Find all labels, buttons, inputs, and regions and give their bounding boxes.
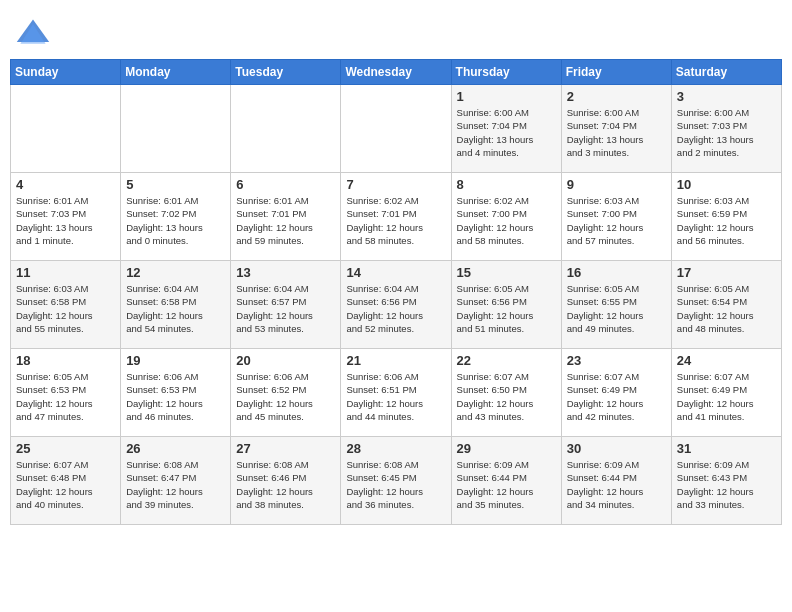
- calendar-cell: [11, 85, 121, 173]
- calendar-cell: 9Sunrise: 6:03 AM Sunset: 7:00 PM Daylig…: [561, 173, 671, 261]
- cell-info: Sunrise: 6:08 AM Sunset: 6:47 PM Dayligh…: [126, 458, 225, 511]
- calendar-cell: 13Sunrise: 6:04 AM Sunset: 6:57 PM Dayli…: [231, 261, 341, 349]
- logo-icon: [15, 15, 51, 51]
- cell-info: Sunrise: 6:08 AM Sunset: 6:46 PM Dayligh…: [236, 458, 335, 511]
- calendar-cell: 21Sunrise: 6:06 AM Sunset: 6:51 PM Dayli…: [341, 349, 451, 437]
- calendar-cell: 10Sunrise: 6:03 AM Sunset: 6:59 PM Dayli…: [671, 173, 781, 261]
- calendar-cell: 11Sunrise: 6:03 AM Sunset: 6:58 PM Dayli…: [11, 261, 121, 349]
- calendar-cell: 28Sunrise: 6:08 AM Sunset: 6:45 PM Dayli…: [341, 437, 451, 525]
- day-number: 30: [567, 441, 666, 456]
- logo: [15, 15, 55, 51]
- cell-info: Sunrise: 6:09 AM Sunset: 6:44 PM Dayligh…: [457, 458, 556, 511]
- day-number: 14: [346, 265, 445, 280]
- day-number: 18: [16, 353, 115, 368]
- calendar-week-row: 1Sunrise: 6:00 AM Sunset: 7:04 PM Daylig…: [11, 85, 782, 173]
- cell-info: Sunrise: 6:04 AM Sunset: 6:56 PM Dayligh…: [346, 282, 445, 335]
- weekday-header-row: SundayMondayTuesdayWednesdayThursdayFrid…: [11, 60, 782, 85]
- day-number: 11: [16, 265, 115, 280]
- cell-info: Sunrise: 6:06 AM Sunset: 6:51 PM Dayligh…: [346, 370, 445, 423]
- day-number: 28: [346, 441, 445, 456]
- calendar-cell: 25Sunrise: 6:07 AM Sunset: 6:48 PM Dayli…: [11, 437, 121, 525]
- calendar-cell: 2Sunrise: 6:00 AM Sunset: 7:04 PM Daylig…: [561, 85, 671, 173]
- cell-info: Sunrise: 6:02 AM Sunset: 7:01 PM Dayligh…: [346, 194, 445, 247]
- calendar-cell: 22Sunrise: 6:07 AM Sunset: 6:50 PM Dayli…: [451, 349, 561, 437]
- day-number: 4: [16, 177, 115, 192]
- day-number: 29: [457, 441, 556, 456]
- cell-info: Sunrise: 6:01 AM Sunset: 7:01 PM Dayligh…: [236, 194, 335, 247]
- calendar-cell: 12Sunrise: 6:04 AM Sunset: 6:58 PM Dayli…: [121, 261, 231, 349]
- cell-info: Sunrise: 6:06 AM Sunset: 6:52 PM Dayligh…: [236, 370, 335, 423]
- calendar-cell: 27Sunrise: 6:08 AM Sunset: 6:46 PM Dayli…: [231, 437, 341, 525]
- calendar-cell: 26Sunrise: 6:08 AM Sunset: 6:47 PM Dayli…: [121, 437, 231, 525]
- calendar-cell: 14Sunrise: 6:04 AM Sunset: 6:56 PM Dayli…: [341, 261, 451, 349]
- day-number: 24: [677, 353, 776, 368]
- cell-info: Sunrise: 6:09 AM Sunset: 6:44 PM Dayligh…: [567, 458, 666, 511]
- day-number: 16: [567, 265, 666, 280]
- cell-info: Sunrise: 6:05 AM Sunset: 6:54 PM Dayligh…: [677, 282, 776, 335]
- cell-info: Sunrise: 6:01 AM Sunset: 7:02 PM Dayligh…: [126, 194, 225, 247]
- day-number: 13: [236, 265, 335, 280]
- weekday-header: Sunday: [11, 60, 121, 85]
- cell-info: Sunrise: 6:04 AM Sunset: 6:57 PM Dayligh…: [236, 282, 335, 335]
- day-number: 17: [677, 265, 776, 280]
- cell-info: Sunrise: 6:03 AM Sunset: 6:59 PM Dayligh…: [677, 194, 776, 247]
- cell-info: Sunrise: 6:04 AM Sunset: 6:58 PM Dayligh…: [126, 282, 225, 335]
- cell-info: Sunrise: 6:07 AM Sunset: 6:49 PM Dayligh…: [567, 370, 666, 423]
- cell-info: Sunrise: 6:01 AM Sunset: 7:03 PM Dayligh…: [16, 194, 115, 247]
- calendar-cell: 6Sunrise: 6:01 AM Sunset: 7:01 PM Daylig…: [231, 173, 341, 261]
- day-number: 7: [346, 177, 445, 192]
- weekday-header: Saturday: [671, 60, 781, 85]
- day-number: 27: [236, 441, 335, 456]
- cell-info: Sunrise: 6:05 AM Sunset: 6:56 PM Dayligh…: [457, 282, 556, 335]
- weekday-header: Monday: [121, 60, 231, 85]
- calendar-cell: 20Sunrise: 6:06 AM Sunset: 6:52 PM Dayli…: [231, 349, 341, 437]
- calendar-cell: 17Sunrise: 6:05 AM Sunset: 6:54 PM Dayli…: [671, 261, 781, 349]
- cell-info: Sunrise: 6:05 AM Sunset: 6:53 PM Dayligh…: [16, 370, 115, 423]
- cell-info: Sunrise: 6:02 AM Sunset: 7:00 PM Dayligh…: [457, 194, 556, 247]
- cell-info: Sunrise: 6:05 AM Sunset: 6:55 PM Dayligh…: [567, 282, 666, 335]
- calendar-cell: 30Sunrise: 6:09 AM Sunset: 6:44 PM Dayli…: [561, 437, 671, 525]
- weekday-header: Wednesday: [341, 60, 451, 85]
- calendar-cell: 5Sunrise: 6:01 AM Sunset: 7:02 PM Daylig…: [121, 173, 231, 261]
- day-number: 19: [126, 353, 225, 368]
- calendar-week-row: 18Sunrise: 6:05 AM Sunset: 6:53 PM Dayli…: [11, 349, 782, 437]
- calendar-cell: 18Sunrise: 6:05 AM Sunset: 6:53 PM Dayli…: [11, 349, 121, 437]
- day-number: 2: [567, 89, 666, 104]
- cell-info: Sunrise: 6:09 AM Sunset: 6:43 PM Dayligh…: [677, 458, 776, 511]
- cell-info: Sunrise: 6:08 AM Sunset: 6:45 PM Dayligh…: [346, 458, 445, 511]
- calendar-week-row: 11Sunrise: 6:03 AM Sunset: 6:58 PM Dayli…: [11, 261, 782, 349]
- calendar-cell: 1Sunrise: 6:00 AM Sunset: 7:04 PM Daylig…: [451, 85, 561, 173]
- calendar-cell: [121, 85, 231, 173]
- cell-info: Sunrise: 6:03 AM Sunset: 7:00 PM Dayligh…: [567, 194, 666, 247]
- calendar-table: SundayMondayTuesdayWednesdayThursdayFrid…: [10, 59, 782, 525]
- calendar-week-row: 4Sunrise: 6:01 AM Sunset: 7:03 PM Daylig…: [11, 173, 782, 261]
- day-number: 9: [567, 177, 666, 192]
- calendar-cell: 16Sunrise: 6:05 AM Sunset: 6:55 PM Dayli…: [561, 261, 671, 349]
- day-number: 21: [346, 353, 445, 368]
- calendar-cell: 3Sunrise: 6:00 AM Sunset: 7:03 PM Daylig…: [671, 85, 781, 173]
- weekday-header: Tuesday: [231, 60, 341, 85]
- day-number: 22: [457, 353, 556, 368]
- cell-info: Sunrise: 6:07 AM Sunset: 6:49 PM Dayligh…: [677, 370, 776, 423]
- cell-info: Sunrise: 6:00 AM Sunset: 7:03 PM Dayligh…: [677, 106, 776, 159]
- day-number: 31: [677, 441, 776, 456]
- weekday-header: Friday: [561, 60, 671, 85]
- calendar-cell: 31Sunrise: 6:09 AM Sunset: 6:43 PM Dayli…: [671, 437, 781, 525]
- cell-info: Sunrise: 6:07 AM Sunset: 6:50 PM Dayligh…: [457, 370, 556, 423]
- calendar-cell: [341, 85, 451, 173]
- day-number: 20: [236, 353, 335, 368]
- day-number: 23: [567, 353, 666, 368]
- day-number: 25: [16, 441, 115, 456]
- calendar-cell: 23Sunrise: 6:07 AM Sunset: 6:49 PM Dayli…: [561, 349, 671, 437]
- page-header: [10, 10, 782, 51]
- calendar-cell: 15Sunrise: 6:05 AM Sunset: 6:56 PM Dayli…: [451, 261, 561, 349]
- cell-info: Sunrise: 6:00 AM Sunset: 7:04 PM Dayligh…: [457, 106, 556, 159]
- day-number: 8: [457, 177, 556, 192]
- cell-info: Sunrise: 6:06 AM Sunset: 6:53 PM Dayligh…: [126, 370, 225, 423]
- day-number: 1: [457, 89, 556, 104]
- calendar-cell: 4Sunrise: 6:01 AM Sunset: 7:03 PM Daylig…: [11, 173, 121, 261]
- cell-info: Sunrise: 6:00 AM Sunset: 7:04 PM Dayligh…: [567, 106, 666, 159]
- day-number: 6: [236, 177, 335, 192]
- day-number: 10: [677, 177, 776, 192]
- day-number: 26: [126, 441, 225, 456]
